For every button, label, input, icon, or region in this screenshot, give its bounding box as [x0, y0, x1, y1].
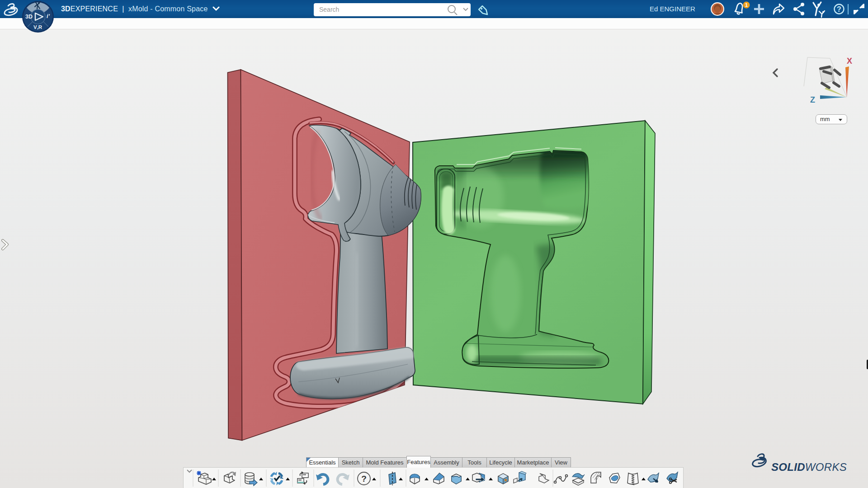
svg-text:3D: 3D	[25, 14, 33, 20]
svg-text:iʼ: iʼ	[47, 13, 50, 19]
svg-text:?: ?	[361, 474, 367, 483]
svg-text:Z: Z	[810, 95, 815, 104]
svg-text:X: X	[847, 56, 852, 66]
svg-text:1: 1	[745, 2, 748, 8]
svg-text:V‚R: V‚R	[33, 24, 42, 30]
svg-text:?: ?	[837, 5, 841, 13]
